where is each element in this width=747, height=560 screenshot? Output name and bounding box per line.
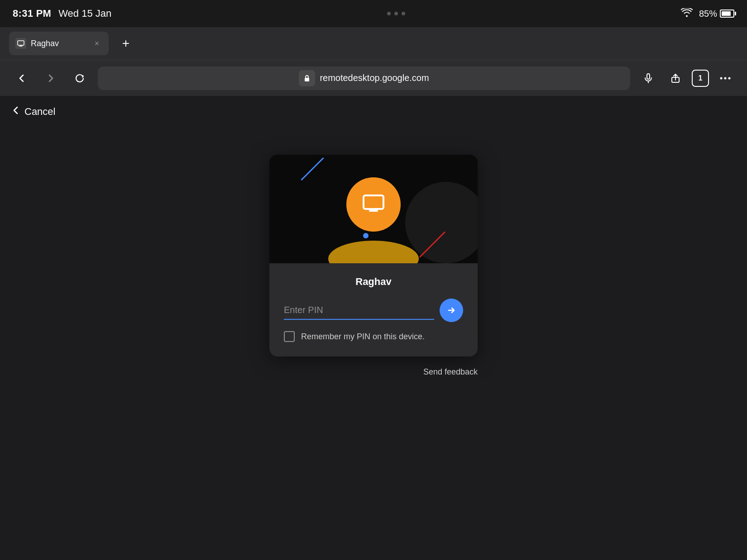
device-name: Raghav: [284, 276, 463, 288]
dot-1: [387, 12, 391, 15]
reload-button[interactable]: [69, 67, 91, 89]
main-content: Raghav Remember my PIN on this device. S…: [0, 128, 747, 377]
wifi-icon: [681, 8, 693, 19]
url-bar[interactable]: remotedesktop.google.com: [98, 66, 630, 90]
nav-actions: 1: [637, 67, 736, 89]
deco-dot-blue: [363, 233, 369, 238]
url-text: remotedesktop.google.com: [320, 73, 429, 83]
monitor-icon: [361, 192, 386, 217]
cancel-arrow-icon: [11, 105, 21, 118]
more-button[interactable]: [714, 67, 736, 89]
back-button[interactable]: [11, 67, 33, 89]
pin-row: [284, 299, 463, 322]
remember-label: Remember my PIN on this device.: [301, 332, 425, 342]
svg-rect-7: [364, 195, 383, 209]
share-button[interactable]: [665, 67, 686, 89]
login-card: Raghav Remember my PIN on this device.: [269, 155, 478, 356]
remember-checkbox[interactable]: [284, 331, 295, 342]
status-date: Wed 15 Jan: [58, 8, 111, 19]
cancel-bar: Cancel: [0, 96, 747, 128]
tab-close-button[interactable]: ×: [91, 38, 102, 49]
tabs-count-button[interactable]: 1: [692, 70, 709, 87]
tab-bar: Raghav × +: [0, 27, 747, 60]
svg-rect-2: [647, 74, 650, 79]
dot-2: [394, 12, 398, 15]
nav-bar: remotedesktop.google.com 1: [0, 60, 747, 96]
tab-title: Raghav: [31, 39, 87, 48]
tab-item[interactable]: Raghav ×: [9, 32, 109, 55]
dot-3: [402, 12, 405, 15]
battery-container: 85%: [699, 9, 734, 19]
lock-icon: [299, 70, 315, 86]
svg-point-5: [724, 77, 727, 79]
battery-icon: [720, 9, 734, 18]
tab-favicon: [15, 38, 26, 49]
forward-button[interactable]: [40, 67, 62, 89]
card-header: [269, 155, 478, 263]
svg-point-4: [720, 77, 723, 79]
arrow-right-icon: [446, 305, 456, 315]
send-feedback-container: Send feedback: [269, 367, 478, 377]
microphone-button[interactable]: [637, 67, 659, 89]
status-time: 8:31 PM: [13, 8, 51, 19]
svg-rect-1: [305, 78, 309, 81]
battery-fill: [722, 11, 731, 16]
cancel-label: Cancel: [24, 106, 55, 118]
tab-add-button[interactable]: +: [116, 33, 136, 53]
cancel-button[interactable]: Cancel: [11, 105, 55, 118]
battery-percent: 85%: [699, 9, 717, 19]
remember-row: Remember my PIN on this device.: [284, 331, 463, 342]
status-left: 8:31 PM Wed 15 Jan: [13, 8, 111, 19]
status-bar: 8:31 PM Wed 15 Jan 85%: [0, 0, 747, 27]
card-body: Raghav Remember my PIN on this device.: [269, 263, 478, 356]
svg-rect-0: [18, 41, 24, 45]
status-center: [387, 12, 405, 15]
pin-submit-button[interactable]: [440, 299, 463, 322]
svg-point-6: [728, 77, 731, 79]
status-right: 85%: [681, 8, 734, 19]
send-feedback-link[interactable]: Send feedback: [423, 367, 478, 376]
monitor-circle: [346, 177, 401, 232]
pin-input[interactable]: [284, 301, 434, 320]
